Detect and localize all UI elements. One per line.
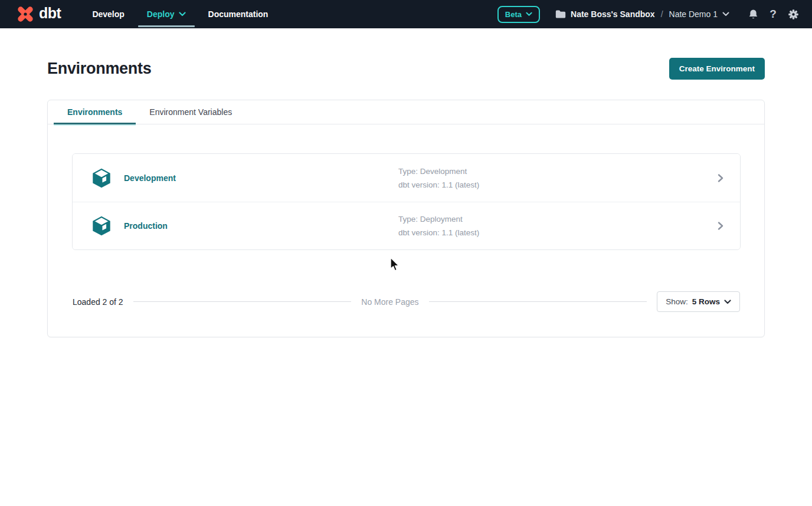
divider-line [133, 301, 352, 302]
environment-dbt-version: dbt version: 1.1 (latest) [398, 228, 718, 237]
environment-cube-icon [90, 215, 113, 237]
environment-dbt-version: dbt version: 1.1 (latest) [398, 180, 718, 189]
chevron-down-icon [179, 12, 186, 17]
account-name: Nate Boss's Sandbox [571, 9, 655, 19]
loaded-count: Loaded 2 of 2 [73, 297, 123, 307]
settings-button[interactable] [786, 7, 800, 21]
nav-item-documentation[interactable]: Documentation [197, 0, 280, 28]
environment-list: Development Type: Development dbt versio… [72, 153, 741, 250]
environment-row-production[interactable]: Production Type: Deployment dbt version:… [73, 202, 740, 249]
help-button[interactable]: ? [766, 7, 780, 21]
no-more-pages-label: No More Pages [361, 297, 418, 307]
tab-environment-variables[interactable]: Environment Variables [136, 100, 245, 124]
notifications-button[interactable] [746, 7, 760, 21]
beta-dropdown[interactable]: Beta [497, 6, 540, 23]
chevron-right-icon [718, 174, 723, 182]
project-name: Nate Demo 1 [669, 9, 718, 19]
create-environment-button[interactable]: Create Environment [669, 58, 765, 80]
page-title: Environments [47, 60, 151, 78]
account-project-selector[interactable]: Nate Boss's Sandbox / Nate Demo 1 [555, 9, 729, 19]
tab-environments[interactable]: Environments [54, 100, 136, 124]
navbar-icon-group: ? [746, 7, 800, 21]
gear-icon [788, 9, 799, 20]
top-navbar: dbt Develop Deploy Documentation Beta Na… [0, 0, 812, 28]
folder-icon [555, 9, 566, 19]
pagination-footer: Loaded 2 of 2 No More Pages Show: 5 Rows [73, 291, 740, 312]
chevron-down-icon [526, 12, 532, 17]
environment-name-link[interactable]: Production [124, 221, 168, 231]
rows-per-page-dropdown[interactable]: Show: 5 Rows [657, 291, 740, 312]
dbt-logo-icon [15, 4, 35, 24]
environment-row-development[interactable]: Development Type: Development dbt versio… [73, 154, 740, 202]
environments-card: Environments Environment Variables Devel… [47, 100, 765, 337]
logo-wordmark: dbt [39, 6, 61, 23]
chevron-down-icon [722, 12, 729, 17]
environment-cube-icon [90, 167, 113, 189]
question-mark-icon: ? [770, 8, 777, 21]
nav-item-deploy[interactable]: Deploy [136, 0, 197, 28]
page-header: Environments Create Environment [0, 58, 812, 80]
divider-line [429, 301, 647, 302]
bell-icon [748, 8, 759, 20]
environment-name-link[interactable]: Development [124, 173, 176, 183]
dbt-logo[interactable]: dbt [15, 4, 61, 24]
primary-nav: Develop Deploy Documentation [81, 0, 279, 28]
navbar-right: Beta Nate Boss's Sandbox / Nate Demo 1 [497, 6, 800, 23]
breadcrumb-separator: / [660, 9, 664, 19]
environment-type: Type: Development [398, 167, 718, 176]
chevron-right-icon [718, 222, 723, 230]
chevron-down-icon [724, 300, 731, 304]
nav-item-develop[interactable]: Develop [81, 0, 135, 28]
card-tabbar: Environments Environment Variables [48, 100, 764, 124]
environment-type: Type: Deployment [398, 215, 718, 224]
